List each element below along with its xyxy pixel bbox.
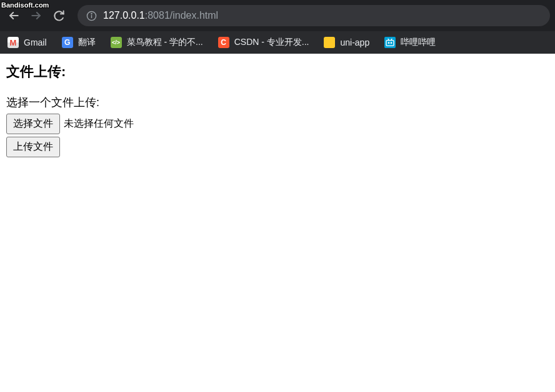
file-status-text: 未选择任何文件: [64, 117, 134, 130]
svg-rect-5: [386, 41, 394, 46]
page-content: 文件上传: 选择一个文件上传: 选择文件 未选择任何文件 上传文件: [0, 54, 555, 166]
file-input-row: 选择文件 未选择任何文件: [6, 114, 549, 134]
bookmark-label: 菜鸟教程 - 学的不...: [127, 37, 203, 48]
browser-chrome: 127.0.0.1:8081/index.html Gmail G 翻译 </>…: [0, 0, 555, 54]
url-port: :8081: [145, 10, 170, 21]
form-label: 选择一个文件上传:: [6, 95, 549, 110]
url-text: 127.0.0.1:8081/index.html: [103, 10, 218, 21]
bookmark-bilibili[interactable]: 哔哩哔哩: [384, 37, 436, 48]
choose-file-button[interactable]: 选择文件: [6, 114, 60, 134]
page-title: 文件上传:: [6, 62, 549, 81]
upload-submit-button[interactable]: 上传文件: [6, 137, 60, 157]
bookmark-label: uni-app: [340, 37, 369, 47]
gmail-icon: [8, 37, 19, 48]
svg-point-9: [391, 42, 392, 43]
back-button[interactable]: [5, 7, 22, 24]
runoob-icon: </>: [111, 37, 122, 48]
bilibili-icon: [384, 37, 396, 48]
bookmark-gmail[interactable]: Gmail: [8, 37, 47, 48]
nav-row: 127.0.0.1:8081/index.html: [0, 0, 555, 31]
url-bar[interactable]: 127.0.0.1:8081/index.html: [78, 5, 550, 26]
csdn-icon: C: [218, 37, 229, 48]
bookmark-label: CSDN - 专业开发...: [234, 37, 309, 48]
reload-button[interactable]: [50, 7, 68, 24]
info-icon[interactable]: [86, 11, 97, 21]
url-host: 127.0.0.1: [103, 10, 145, 21]
svg-point-8: [389, 42, 389, 43]
bookmark-csdn[interactable]: C CSDN - 专业开发...: [218, 37, 309, 48]
forward-button[interactable]: [28, 7, 45, 24]
watermark: Bandisoft.com: [1, 1, 49, 9]
svg-point-4: [91, 13, 92, 14]
url-path: /index.html: [170, 10, 218, 21]
folder-icon: [324, 37, 335, 48]
bookmark-uniapp[interactable]: uni-app: [324, 37, 369, 48]
bookmarks-bar: Gmail G 翻译 </> 菜鸟教程 - 学的不... C CSDN - 专业…: [0, 31, 555, 54]
bookmark-translate[interactable]: G 翻译: [62, 37, 96, 48]
bookmark-runoob[interactable]: </> 菜鸟教程 - 学的不...: [111, 37, 203, 48]
bookmark-label: 翻译: [78, 37, 96, 48]
bookmark-label: 哔哩哔哩: [401, 37, 436, 48]
translate-icon: G: [62, 37, 73, 48]
bookmark-label: Gmail: [24, 37, 47, 47]
